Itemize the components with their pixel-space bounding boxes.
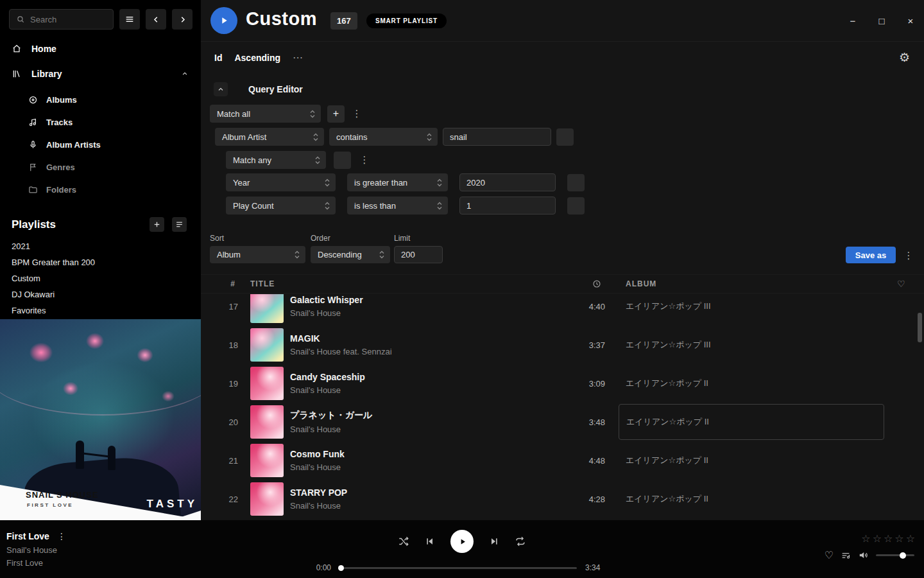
add-subrule-button[interactable] — [334, 152, 351, 169]
playlist-list-options-button[interactable] — [172, 217, 187, 232]
rule-value-input[interactable] — [443, 128, 551, 146]
more-options-button[interactable]: ⋯ — [293, 51, 303, 64]
subgroup-menu-button[interactable]: ⋮ — [359, 152, 370, 169]
sidebar-item-album-artists[interactable]: Album Artists — [0, 134, 201, 156]
focused-album-cell[interactable]: エイリアン☆ポップ II — [619, 404, 884, 440]
remove-rule-button[interactable] — [567, 174, 585, 191]
rule-group-menu-button[interactable]: ⋮ — [351, 105, 363, 123]
now-playing-menu-button[interactable]: ⋮ — [57, 531, 66, 541]
search-box[interactable] — [9, 9, 114, 30]
close-button[interactable]: × — [905, 15, 916, 26]
save-options-menu-button[interactable]: ⋮ — [903, 247, 914, 264]
duration-column-header[interactable] — [545, 279, 610, 288]
playlist-item[interactable]: DJ Okawari — [0, 286, 201, 302]
volume-button[interactable] — [858, 550, 869, 561]
sidebar-item-genres[interactable]: Genres — [0, 156, 201, 179]
now-playing-artwork[interactable]: SNAIL'S HOUSE FIRST LOVE TASTY — [0, 319, 201, 520]
nav-back-button[interactable] — [146, 9, 166, 30]
track-row[interactable]: 19 Candy SpaceshipSnail's House 3:09 エイリ… — [201, 364, 924, 403]
track-album-link[interactable]: エイリアン☆ポップ III — [626, 339, 711, 351]
playlist-item[interactable]: BPM Greater than 200 — [0, 254, 201, 270]
rule-field-select[interactable]: Play Count — [226, 197, 336, 215]
album-column-header[interactable]: ALBUM — [610, 279, 886, 288]
nav-forward-button[interactable] — [172, 9, 193, 30]
track-album-link[interactable]: エイリアン☆ポップ II — [626, 455, 708, 466]
seek-slider-thumb[interactable] — [338, 565, 344, 571]
sidebar-item-home[interactable]: Home — [0, 39, 201, 59]
remove-rule-button[interactable] — [556, 128, 574, 146]
play-playlist-button[interactable] — [210, 7, 237, 34]
track-row[interactable]: 22 STARRY POPSnail's House 4:28 エイリアン☆ポッ… — [201, 480, 924, 518]
rule-operator-select[interactable]: contains — [329, 128, 438, 146]
favorite-button[interactable]: ♡ — [825, 550, 834, 561]
track-album-link[interactable]: エイリアン☆ポップ II — [626, 416, 709, 428]
track-artist[interactable]: Snail's House — [290, 385, 545, 395]
search-input[interactable] — [30, 15, 107, 24]
star-icon[interactable]: ☆ — [861, 532, 870, 545]
track-artist[interactable]: Snail's House — [290, 425, 545, 434]
track-row[interactable]: 20 プラネット・ガールSnail's House 3:48 エイリアン☆ポップ… — [201, 403, 924, 441]
play-icon — [458, 537, 467, 547]
favorite-column-header[interactable]: ♡ — [886, 279, 924, 289]
menu-button[interactable] — [119, 9, 140, 30]
seek-slider[interactable] — [339, 567, 577, 569]
track-album-link[interactable]: エイリアン☆ポップ II — [626, 493, 708, 505]
limit-input[interactable] — [394, 246, 443, 263]
volume-slider-thumb[interactable] — [900, 552, 906, 559]
order-select[interactable]: Descending — [311, 246, 390, 263]
minimize-button[interactable]: − — [847, 15, 859, 26]
track-artist[interactable]: Snail's House — [290, 308, 545, 318]
remove-rule-button[interactable] — [567, 197, 585, 215]
index-column-header[interactable]: # — [201, 279, 242, 288]
sidebar-item-folders[interactable]: Folders — [0, 179, 201, 201]
maximize-button[interactable]: □ — [876, 15, 887, 26]
star-icon[interactable]: ☆ — [884, 532, 893, 545]
sidebar-item-albums[interactable]: Albums — [0, 89, 201, 111]
now-playing-album[interactable]: First Love — [6, 558, 66, 568]
playlist-item[interactable]: 2021 — [0, 238, 201, 254]
track-row[interactable]: 21 Cosmo FunkSnail's House 4:48 エイリアン☆ポッ… — [201, 441, 924, 480]
title-column-header[interactable]: TITLE — [242, 279, 545, 288]
rule-field-select[interactable]: Year — [226, 173, 336, 191]
repeat-button[interactable] — [515, 536, 526, 547]
settings-gear-button[interactable]: ⚙ — [899, 50, 910, 65]
playlist-item[interactable]: Custom — [0, 270, 201, 286]
play-pause-button[interactable] — [450, 530, 474, 553]
star-icon[interactable]: ☆ — [873, 532, 882, 545]
volume-slider[interactable] — [876, 554, 914, 556]
previous-track-button[interactable] — [425, 536, 435, 547]
track-row[interactable]: 17 Galactic WhisperSnail's House 4:40 エイ… — [201, 294, 924, 326]
track-album-link[interactable]: エイリアン☆ポップ III — [626, 301, 711, 312]
sidebar-item-library[interactable]: Library — [0, 64, 201, 84]
rule-value-input[interactable] — [459, 173, 556, 191]
sidebar-item-tracks[interactable]: Tracks — [0, 111, 201, 134]
sidebar-toolbar — [9, 9, 193, 30]
subgroup-match-type-select[interactable]: Match any — [226, 151, 326, 169]
rule-operator-select[interactable]: is less than — [347, 197, 448, 215]
rule-operator-select[interactable]: is greater than — [347, 173, 448, 191]
add-rule-button[interactable]: + — [327, 105, 345, 123]
playlist-item[interactable]: Favorites — [0, 302, 201, 319]
match-type-select[interactable]: Match all — [210, 105, 321, 123]
star-icon[interactable]: ☆ — [894, 532, 903, 545]
rule-value-input[interactable] — [459, 197, 556, 215]
save-as-button[interactable]: Save as — [846, 247, 896, 263]
add-playlist-button[interactable] — [150, 217, 164, 232]
star-icon[interactable]: ☆ — [906, 532, 915, 545]
track-artist[interactable]: Snail's House feat. Sennzai — [290, 347, 545, 356]
next-track-button[interactable] — [489, 536, 499, 547]
scrollbar-thumb[interactable] — [918, 313, 922, 342]
query-editor-collapse-button[interactable] — [214, 82, 228, 96]
now-playing-title[interactable]: First Love — [6, 531, 49, 541]
sort-direction-button[interactable]: Ascending — [234, 53, 280, 63]
track-artist[interactable]: Snail's House — [290, 462, 545, 472]
track-album-link[interactable]: エイリアン☆ポップ II — [626, 378, 708, 389]
rule-field-select[interactable]: Album Artist — [215, 128, 324, 146]
sort-field-button[interactable]: Id — [214, 53, 222, 63]
track-row[interactable]: 18 MAGIKSnail's House feat. Sennzai 3:37… — [201, 326, 924, 364]
shuffle-button[interactable] — [398, 536, 409, 547]
now-playing-artist[interactable]: Snail's House — [6, 545, 66, 555]
queue-button[interactable] — [841, 550, 851, 561]
sort-select[interactable]: Album — [210, 246, 305, 263]
track-artist[interactable]: Snail's House — [290, 501, 545, 511]
